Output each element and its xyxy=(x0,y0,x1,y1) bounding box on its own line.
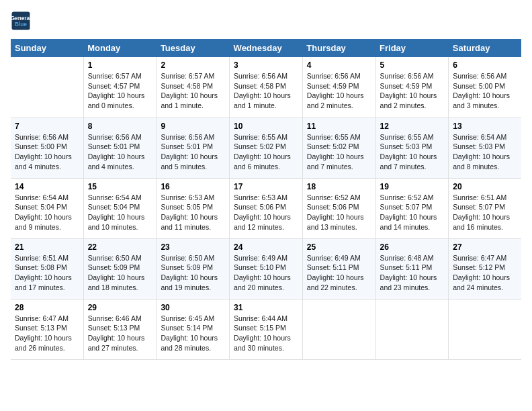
day-info: Sunrise: 6:48 AM Sunset: 5:11 PM Dayligh… xyxy=(380,253,445,293)
header-monday: Monday xyxy=(83,39,157,57)
header-wednesday: Wednesday xyxy=(230,39,303,57)
day-info: Sunrise: 6:55 AM Sunset: 5:02 PM Dayligh… xyxy=(307,132,371,172)
day-number: 2 xyxy=(161,60,225,70)
day-number: 18 xyxy=(307,182,371,191)
day-number: 19 xyxy=(380,182,445,191)
day-number: 13 xyxy=(453,122,517,131)
day-number: 30 xyxy=(161,303,225,312)
day-info: Sunrise: 6:56 AM Sunset: 4:59 PM Dayligh… xyxy=(307,71,371,111)
logo: General Blue xyxy=(11,11,34,31)
svg-text:Blue: Blue xyxy=(15,21,27,28)
calendar-cell: 11Sunrise: 6:55 AM Sunset: 5:02 PM Dayli… xyxy=(302,118,375,178)
day-info: Sunrise: 6:51 AM Sunset: 5:07 PM Dayligh… xyxy=(453,193,517,232)
calendar-cell: 7Sunrise: 6:56 AM Sunset: 5:00 PM Daylig… xyxy=(11,118,83,178)
day-info: Sunrise: 6:52 AM Sunset: 5:06 PM Dayligh… xyxy=(307,193,371,232)
day-info: Sunrise: 6:56 AM Sunset: 5:01 PM Dayligh… xyxy=(88,132,152,172)
calendar-cell: 24Sunrise: 6:49 AM Sunset: 5:10 PM Dayli… xyxy=(230,238,303,299)
calendar-cell xyxy=(449,299,521,359)
svg-text:General: General xyxy=(11,15,31,21)
calendar-cell: 3Sunrise: 6:56 AM Sunset: 4:58 PM Daylig… xyxy=(230,57,303,118)
calendar-cell: 15Sunrise: 6:54 AM Sunset: 5:04 PM Dayli… xyxy=(83,178,157,238)
week-row-4: 21Sunrise: 6:51 AM Sunset: 5:08 PM Dayli… xyxy=(11,238,521,299)
day-info: Sunrise: 6:51 AM Sunset: 5:08 PM Dayligh… xyxy=(15,253,79,293)
day-info: Sunrise: 6:46 AM Sunset: 5:13 PM Dayligh… xyxy=(88,314,152,353)
day-info: Sunrise: 6:52 AM Sunset: 5:07 PM Dayligh… xyxy=(380,193,445,232)
calendar-cell: 10Sunrise: 6:55 AM Sunset: 5:02 PM Dayli… xyxy=(230,118,303,178)
day-info: Sunrise: 6:50 AM Sunset: 5:09 PM Dayligh… xyxy=(88,253,152,293)
day-info: Sunrise: 6:50 AM Sunset: 5:09 PM Dayligh… xyxy=(161,253,225,293)
day-number: 6 xyxy=(453,60,517,70)
header-sunday: Sunday xyxy=(11,39,83,57)
calendar-cell: 13Sunrise: 6:54 AM Sunset: 5:03 PM Dayli… xyxy=(449,118,521,178)
day-info: Sunrise: 6:54 AM Sunset: 5:03 PM Dayligh… xyxy=(453,132,517,172)
day-info: Sunrise: 6:54 AM Sunset: 5:04 PM Dayligh… xyxy=(88,193,152,232)
day-number: 26 xyxy=(380,242,445,252)
day-number: 7 xyxy=(15,122,79,131)
day-number: 12 xyxy=(380,122,445,131)
week-row-2: 7Sunrise: 6:56 AM Sunset: 5:00 PM Daylig… xyxy=(11,118,521,178)
calendar-cell xyxy=(302,299,375,359)
calendar-cell: 20Sunrise: 6:51 AM Sunset: 5:07 PM Dayli… xyxy=(449,178,521,238)
week-row-3: 14Sunrise: 6:54 AM Sunset: 5:04 PM Dayli… xyxy=(11,178,521,238)
calendar-cell: 22Sunrise: 6:50 AM Sunset: 5:09 PM Dayli… xyxy=(83,238,157,299)
day-number: 4 xyxy=(307,60,371,70)
day-number: 9 xyxy=(161,122,225,131)
day-number: 21 xyxy=(15,242,79,252)
calendar-cell: 8Sunrise: 6:56 AM Sunset: 5:01 PM Daylig… xyxy=(83,118,157,178)
day-info: Sunrise: 6:55 AM Sunset: 5:02 PM Dayligh… xyxy=(234,132,298,172)
day-number: 25 xyxy=(307,242,371,252)
week-row-1: 1Sunrise: 6:57 AM Sunset: 4:57 PM Daylig… xyxy=(11,57,521,118)
calendar-cell: 1Sunrise: 6:57 AM Sunset: 4:57 PM Daylig… xyxy=(83,57,157,118)
day-info: Sunrise: 6:53 AM Sunset: 5:05 PM Dayligh… xyxy=(161,193,225,232)
day-number: 24 xyxy=(234,242,298,252)
day-info: Sunrise: 6:45 AM Sunset: 5:14 PM Dayligh… xyxy=(161,314,225,353)
header-saturday: Saturday xyxy=(449,39,521,57)
calendar-cell: 17Sunrise: 6:53 AM Sunset: 5:06 PM Dayli… xyxy=(230,178,303,238)
day-number: 1 xyxy=(88,60,152,70)
day-number: 3 xyxy=(234,60,298,70)
day-info: Sunrise: 6:49 AM Sunset: 5:10 PM Dayligh… xyxy=(234,253,298,293)
day-number: 31 xyxy=(234,303,298,312)
calendar-table: SundayMondayTuesdayWednesdayThursdayFrid… xyxy=(11,39,521,360)
day-number: 10 xyxy=(234,122,298,131)
day-number: 17 xyxy=(234,182,298,191)
calendar-cell: 19Sunrise: 6:52 AM Sunset: 5:07 PM Dayli… xyxy=(375,178,449,238)
week-row-5: 28Sunrise: 6:47 AM Sunset: 5:13 PM Dayli… xyxy=(11,299,521,359)
calendar-cell: 16Sunrise: 6:53 AM Sunset: 5:05 PM Dayli… xyxy=(157,178,230,238)
day-number: 29 xyxy=(88,303,152,312)
header-tuesday: Tuesday xyxy=(157,39,230,57)
calendar-cell xyxy=(11,57,83,118)
day-number: 5 xyxy=(380,60,445,70)
day-info: Sunrise: 6:57 AM Sunset: 4:58 PM Dayligh… xyxy=(161,71,225,111)
calendar-cell: 27Sunrise: 6:47 AM Sunset: 5:12 PM Dayli… xyxy=(449,238,521,299)
day-number: 28 xyxy=(15,303,79,312)
calendar-cell: 31Sunrise: 6:44 AM Sunset: 5:15 PM Dayli… xyxy=(230,299,303,359)
calendar-cell: 12Sunrise: 6:55 AM Sunset: 5:03 PM Dayli… xyxy=(375,118,449,178)
header-thursday: Thursday xyxy=(302,39,375,57)
calendar-cell: 14Sunrise: 6:54 AM Sunset: 5:04 PM Dayli… xyxy=(11,178,83,238)
day-number: 11 xyxy=(307,122,371,131)
calendar-cell: 26Sunrise: 6:48 AM Sunset: 5:11 PM Dayli… xyxy=(375,238,449,299)
calendar-cell: 9Sunrise: 6:56 AM Sunset: 5:01 PM Daylig… xyxy=(157,118,230,178)
calendar-cell: 18Sunrise: 6:52 AM Sunset: 5:06 PM Dayli… xyxy=(302,178,375,238)
calendar-cell xyxy=(375,299,449,359)
day-number: 15 xyxy=(88,182,152,191)
calendar-cell: 4Sunrise: 6:56 AM Sunset: 4:59 PM Daylig… xyxy=(302,57,375,118)
calendar-cell: 28Sunrise: 6:47 AM Sunset: 5:13 PM Dayli… xyxy=(11,299,83,359)
calendar-cell: 5Sunrise: 6:56 AM Sunset: 4:59 PM Daylig… xyxy=(375,57,449,118)
day-info: Sunrise: 6:47 AM Sunset: 5:12 PM Dayligh… xyxy=(453,253,517,293)
day-number: 16 xyxy=(161,182,225,191)
calendar-cell: 21Sunrise: 6:51 AM Sunset: 5:08 PM Dayli… xyxy=(11,238,83,299)
calendar-cell: 6Sunrise: 6:56 AM Sunset: 5:00 PM Daylig… xyxy=(449,57,521,118)
day-number: 22 xyxy=(88,242,152,252)
day-info: Sunrise: 6:54 AM Sunset: 5:04 PM Dayligh… xyxy=(15,193,79,232)
calendar-cell: 30Sunrise: 6:45 AM Sunset: 5:14 PM Dayli… xyxy=(157,299,230,359)
day-number: 27 xyxy=(453,242,517,252)
day-info: Sunrise: 6:57 AM Sunset: 4:57 PM Dayligh… xyxy=(88,71,152,111)
day-number: 14 xyxy=(15,182,79,191)
calendar-cell: 25Sunrise: 6:49 AM Sunset: 5:11 PM Dayli… xyxy=(302,238,375,299)
day-info: Sunrise: 6:44 AM Sunset: 5:15 PM Dayligh… xyxy=(234,314,298,353)
calendar-cell: 23Sunrise: 6:50 AM Sunset: 5:09 PM Dayli… xyxy=(157,238,230,299)
day-info: Sunrise: 6:56 AM Sunset: 5:00 PM Dayligh… xyxy=(15,132,79,172)
day-info: Sunrise: 6:56 AM Sunset: 5:01 PM Dayligh… xyxy=(161,132,225,172)
